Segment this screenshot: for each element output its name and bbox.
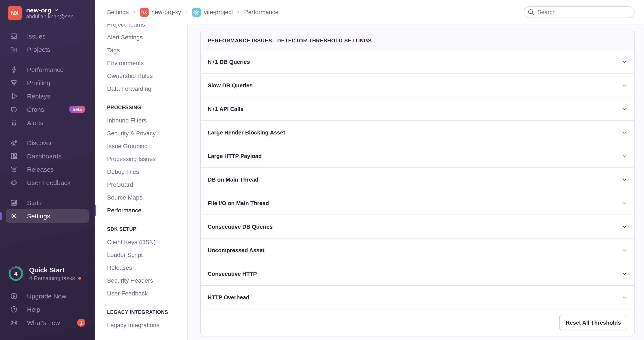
breadcrumb-vite-project[interactable]: vite-project bbox=[192, 8, 233, 16]
detector-row-label: Slow DB Queries bbox=[208, 82, 253, 88]
chevron-right-icon bbox=[236, 10, 241, 14]
sidebar-item-label: Stats bbox=[27, 199, 42, 206]
detector-row-http-overhead[interactable]: HTTP Overhead bbox=[201, 286, 634, 309]
main-content: PERFORMANCE ISSUES - DETECTOR THRESHOLD … bbox=[187, 24, 644, 340]
settings-nav-section-legacy-integrations: LEGACY INTEGRATIONS bbox=[95, 306, 187, 318]
sidebar-item-settings[interactable]: Settings bbox=[6, 210, 89, 223]
quick-start-count: 4 bbox=[8, 266, 24, 282]
settings-nav-item-security-headers[interactable]: Security Headers bbox=[95, 274, 187, 287]
quick-start-subtitle: 4 Remaining tasks bbox=[29, 275, 75, 281]
settings-nav-item-alert-settings[interactable]: Alert Settings bbox=[95, 31, 187, 44]
detector-settings-panel: PERFORMANCE ISSUES - DETECTOR THRESHOLD … bbox=[200, 31, 634, 336]
detector-row-large-http-payload[interactable]: Large HTTP Payload bbox=[201, 144, 634, 168]
detector-row-label: Consecutive HTTP bbox=[208, 270, 257, 277]
upgrade-icon bbox=[10, 292, 18, 300]
sidebar-item-crons[interactable]: Cronsbeta bbox=[6, 103, 89, 116]
sidebar-nav: IssuesProjectsPerformanceProfilingReplay… bbox=[0, 23, 95, 223]
sidebar-item-label: Profiling bbox=[27, 79, 50, 86]
settings-nav-item-user-feedback[interactable]: User Feedback bbox=[95, 287, 187, 300]
settings-nav-item-loader-script[interactable]: Loader Script bbox=[95, 248, 187, 261]
sidebar-item-label: Crons bbox=[27, 106, 44, 113]
sidebar-item-dashboards[interactable]: Dashboards bbox=[6, 150, 89, 163]
detector-row-consecutive-db-queries[interactable]: Consecutive DB Queries bbox=[201, 215, 634, 238]
settings-icon bbox=[10, 212, 18, 220]
sidebar-item-issues[interactable]: Issues bbox=[6, 30, 89, 43]
settings-nav-item-performance[interactable]: Performance bbox=[95, 204, 187, 217]
settings-nav-section-sdk-setup: SDK SETUP bbox=[95, 223, 187, 236]
settings-nav-divider bbox=[187, 24, 188, 340]
chevron-down-icon bbox=[622, 294, 627, 300]
org-avatar: NX bbox=[8, 6, 22, 20]
app: NX new-org abdullah.khan@sen… IssuesProj… bbox=[0, 0, 644, 340]
settings-nav-item-legacy-integrations[interactable]: Legacy Integrations bbox=[95, 318, 187, 332]
detector-row-n-1-api-calls[interactable]: N+1 API Calls bbox=[201, 97, 634, 121]
settings-nav-item-releases[interactable]: Releases bbox=[95, 261, 187, 274]
quick-start[interactable]: 4 Quick Start 4 Remaining tasks bbox=[0, 266, 95, 282]
performance-icon bbox=[10, 66, 18, 73]
remaining-tasks-dot bbox=[78, 276, 81, 280]
discover-icon bbox=[10, 139, 18, 146]
settings-nav-item-tags[interactable]: Tags bbox=[95, 44, 187, 56]
sidebar-item-discover[interactable]: Discover bbox=[6, 136, 89, 150]
sidebar-item-label: Dashboards bbox=[27, 152, 62, 160]
stats-icon bbox=[10, 199, 18, 206]
detector-rows: N+1 DB QueriesSlow DB QueriesN+1 API Cal… bbox=[201, 50, 634, 309]
detector-row-slow-db-queries[interactable]: Slow DB Queries bbox=[201, 74, 634, 97]
settings-nav-item-issue-grouping[interactable]: Issue Grouping bbox=[95, 140, 187, 152]
breadcrumb-label: new-org-xy bbox=[151, 8, 181, 16]
dashboards-icon bbox=[10, 152, 18, 160]
settings-nav-item-environments[interactable]: Environments bbox=[95, 56, 187, 69]
sidebar-item-stats[interactable]: Stats bbox=[6, 196, 89, 210]
settings-nav-item-inbound-filters[interactable]: Inbound Filters bbox=[95, 114, 187, 127]
settings-nav-item-proguard[interactable]: ProGuard bbox=[95, 178, 187, 191]
breadcrumb-new-org-xy[interactable]: NXnew-org-xy bbox=[140, 8, 181, 16]
chevron-down-icon bbox=[622, 82, 627, 88]
settings-nav-item-data-forwarding[interactable]: Data Forwarding bbox=[95, 82, 187, 95]
chevron-right-icon bbox=[132, 10, 137, 14]
search-input[interactable] bbox=[524, 6, 634, 18]
sidebar-item-upgrade-now[interactable]: Upgrade Now bbox=[6, 290, 89, 303]
detector-row-n-1-db-queries[interactable]: N+1 DB Queries bbox=[201, 50, 634, 74]
search-icon bbox=[528, 8, 534, 16]
breadcrumb-performance[interactable]: Performance bbox=[244, 8, 278, 16]
quick-start-progress-ring: 4 bbox=[8, 266, 24, 282]
sidebar-item-user-feedback[interactable]: User Feedback bbox=[6, 176, 89, 189]
breadcrumb: SettingsNXnew-org-xyvite-projectPerforma… bbox=[107, 8, 278, 16]
detector-row-file-i-o-on-main-thread[interactable]: File I/O on Main Thread bbox=[201, 192, 634, 215]
sidebar-item-performance[interactable]: Performance bbox=[6, 63, 89, 76]
sidebar-item-help[interactable]: Help bbox=[6, 303, 89, 316]
detector-row-consecutive-http[interactable]: Consecutive HTTP bbox=[201, 262, 634, 286]
sidebar-item-replays[interactable]: Replays bbox=[6, 90, 89, 103]
projects-icon bbox=[10, 46, 18, 53]
notification-badge: 1 bbox=[77, 318, 85, 327]
panel-header: PERFORMANCE ISSUES - DETECTOR THRESHOLD … bbox=[201, 31, 634, 50]
chevron-down-icon bbox=[622, 271, 627, 276]
detector-row-db-on-main-thread[interactable]: DB on Main Thread bbox=[201, 168, 634, 192]
detector-row-label: N+1 API Calls bbox=[208, 106, 244, 112]
sidebar-item-what-s-new[interactable]: What's new1 bbox=[6, 316, 89, 329]
settings-nav-item-debug-files[interactable]: Debug Files bbox=[95, 165, 187, 178]
chevron-down-icon bbox=[622, 106, 627, 112]
settings-nav-item-security-privacy[interactable]: Security & Privacy bbox=[95, 127, 187, 140]
crons-icon bbox=[10, 106, 18, 113]
settings-nav-item-ownership-rules[interactable]: Ownership Rules bbox=[95, 69, 187, 82]
detector-row-large-render-blocking-asset[interactable]: Large Render Blocking Asset bbox=[201, 121, 634, 144]
settings-nav-item-processing-issues[interactable]: Processing Issues bbox=[95, 152, 187, 165]
org-switcher[interactable]: NX new-org abdullah.khan@sen… bbox=[0, 0, 95, 23]
settings-nav-item-source-maps[interactable]: Source Maps bbox=[95, 191, 187, 204]
chevron-down-icon bbox=[622, 153, 627, 159]
sidebar-item-projects[interactable]: Projects bbox=[6, 43, 89, 56]
reset-all-thresholds-button[interactable]: Reset All Thresholds bbox=[559, 315, 627, 330]
sidebar-item-profiling[interactable]: Profiling bbox=[6, 76, 89, 90]
detector-row-uncompressed-asset[interactable]: Uncompressed Asset bbox=[201, 238, 634, 262]
breadcrumb-label: Performance bbox=[244, 8, 278, 16]
replays-icon bbox=[10, 92, 18, 100]
breadcrumb-settings[interactable]: Settings bbox=[107, 8, 129, 16]
sidebar-item-alerts[interactable]: Alerts bbox=[6, 116, 89, 129]
sidebar-item-label: Upgrade Now bbox=[27, 292, 66, 300]
search-box bbox=[524, 6, 634, 18]
sidebar-item-releases[interactable]: Releases bbox=[6, 163, 89, 176]
chevron-down-icon bbox=[622, 177, 627, 182]
detector-row-label: HTTP Overhead bbox=[208, 294, 250, 300]
settings-nav-item-client-keys-dsn[interactable]: Client Keys (DSN) bbox=[95, 236, 187, 248]
